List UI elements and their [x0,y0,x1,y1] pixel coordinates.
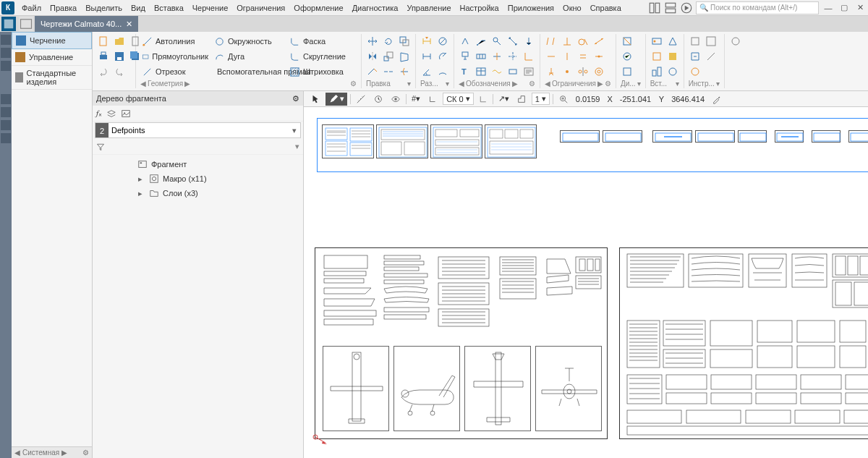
diag2-icon[interactable] [620,49,634,64]
datum-icon[interactable] [458,49,472,64]
perp-icon[interactable] [560,34,574,48]
ribbon-group-label[interactable]: Ди...▾ [619,79,642,88]
menu-constraints[interactable]: Ограничения [232,0,289,16]
thumbnail[interactable] [485,124,537,158]
snap-icon[interactable]: ↗▾ [496,94,511,103]
vert-icon[interactable] [560,49,574,64]
drawing-sheet[interactable] [315,247,608,439]
sym-icon[interactable] [576,64,590,79]
deform-icon[interactable] [397,49,412,64]
home-icon[interactable] [1,17,16,31]
sidebar-item-std[interactable]: Стандартные изделия [12,66,92,90]
arc-dim-icon[interactable] [435,64,450,79]
menu-insert[interactable]: Вставка [150,0,188,16]
open-icon[interactable] [112,34,127,48]
rough-icon[interactable] [458,34,472,48]
sidebar-item-manage[interactable]: Управление [12,49,92,66]
menu-edit[interactable]: Правка [46,0,81,16]
insert2-icon[interactable] [650,49,664,64]
scale-icon[interactable] [381,49,396,64]
mirror-icon[interactable] [365,49,380,64]
menu-file[interactable]: Файл [17,0,46,16]
extend-icon[interactable] [365,64,380,79]
ribbon-group-label[interactable]: Раз...▾ [419,79,451,88]
align-icon[interactable] [477,95,490,103]
para-icon[interactable] [544,34,558,48]
center-icon[interactable] [506,49,520,64]
equal-icon[interactable] [576,49,590,64]
print-icon[interactable] [96,49,111,64]
insert3-icon[interactable] [650,64,664,79]
chevron-down-icon[interactable]: ▾ [289,126,300,135]
note-icon[interactable] [522,64,536,79]
ortho-icon[interactable] [425,94,440,104]
thumbnail[interactable] [603,130,642,143]
layout2-icon[interactable] [664,2,677,14]
rail-btn-5[interactable] [1,107,11,117]
tools5-icon[interactable] [704,49,718,64]
axis-icon[interactable] [522,49,536,64]
leader-icon[interactable] [474,34,488,48]
undo-icon[interactable] [96,64,111,79]
thumbnail[interactable] [695,130,735,143]
diag1-icon[interactable] [620,34,634,48]
tool-segment[interactable]: Отрезок [140,64,210,79]
text-icon[interactable]: T [458,64,472,79]
tool-aux-line[interactable]: Вспомогательная прямая [212,64,286,79]
menu-window[interactable]: Окно [558,0,586,16]
layer-name-input[interactable] [109,126,289,135]
tool-circle[interactable]: Окружность [212,34,286,48]
collinear-icon[interactable] [592,34,606,48]
thumbnail[interactable] [848,130,868,143]
document-tab[interactable]: Чертежи Calmato 40... ✕ [35,16,138,32]
command-search-input[interactable]: 🔍Поиск по командам (Alt+/) [696,1,819,14]
wave-icon[interactable] [490,64,504,79]
tree-root[interactable]: Фрагмент [95,157,301,171]
zoom-icon[interactable] [556,94,571,104]
menu-view[interactable]: Вид [127,0,150,16]
tolerance-icon[interactable] [474,49,488,64]
sidebar-item-drawing[interactable]: Черчение [12,32,92,49]
ribbon-group-label[interactable]: ◀Обозначения▶⚙ [457,79,537,88]
collapse-ribbon-icon[interactable] [728,34,743,48]
rail-btn-3[interactable] [1,61,11,71]
rail-btn-7[interactable] [1,133,11,143]
ribbon-group-label[interactable]: Инстр...▾ [687,79,721,88]
menu-format[interactable]: Оформление [289,0,347,16]
insert4-icon[interactable] [665,34,680,48]
dia-dim-icon[interactable] [435,34,450,48]
grid-icon[interactable]: #▾ [409,94,422,103]
thumbnail[interactable] [376,124,428,158]
rail-btn-2[interactable] [1,48,11,58]
ribbon-group-label[interactable]: Вст...▾ [649,79,681,88]
fix-icon[interactable] [544,64,558,79]
new-doc-icon[interactable] [96,34,111,48]
menu-settings[interactable]: Настройка [456,0,503,16]
ribbon-group-label[interactable]: Правка▾ [365,79,412,88]
menu-draw[interactable]: Черчение [188,0,233,16]
redo-icon[interactable] [112,64,127,79]
eyedropper-icon[interactable] [710,94,724,104]
save-icon[interactable] [112,49,127,64]
drawing-canvas[interactable] [304,107,868,458]
ribbon-group-label[interactable]: ◀Геометрия▶⚙ [139,79,358,88]
ribbon-group-label[interactable]: ◀Ограничения▶⚙ [543,79,613,88]
filter-icon[interactable] [96,143,105,151]
maximize-icon[interactable]: ▢ [838,2,851,14]
close-icon[interactable]: ✕ [854,2,867,14]
play-icon[interactable] [680,2,693,14]
horiz-icon[interactable] [544,49,558,64]
table-icon[interactable] [474,64,488,79]
rotate-icon[interactable] [381,34,396,48]
midpoint-icon[interactable] [592,49,606,64]
tree-macro[interactable]: ▸ Макро (x11) [95,171,301,186]
layers-icon[interactable] [106,109,116,119]
tab-close-icon[interactable]: ✕ [126,20,132,29]
tools3-icon[interactable] [688,64,702,79]
tools1-icon[interactable] [688,34,702,48]
linear-dim-icon[interactable] [420,49,434,64]
thumbnail[interactable] [812,130,841,143]
tool-rect[interactable]: Прямоугольник [140,49,210,64]
drawing-sheet[interactable] [619,247,868,439]
thumbnail[interactable] [775,130,804,143]
